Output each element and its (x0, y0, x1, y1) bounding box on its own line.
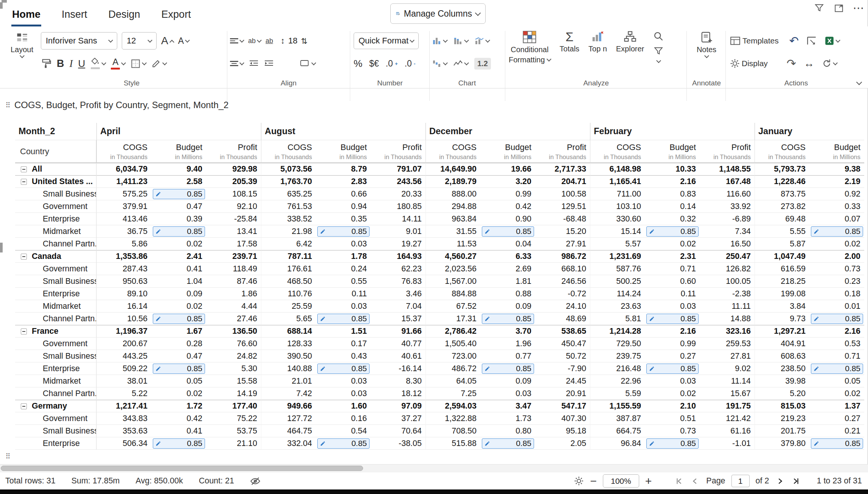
edited-cell-box[interactable]: 0.85 (482, 438, 534, 449)
data-cell[interactable]: 0.85 (316, 313, 371, 325)
data-cell[interactable]: 69.48 (755, 213, 809, 225)
data-cell[interactable]: 0.02 (151, 387, 206, 400)
measure-header-cogs[interactable]: COGSin Thousands (425, 140, 480, 163)
data-cell[interactable]: 239.71 (206, 250, 261, 263)
data-cell[interactable]: 14,649.90 (425, 163, 480, 175)
data-cell[interactable]: 950.63 (96, 275, 151, 288)
increase-font-button[interactable]: A (161, 36, 174, 46)
underline-button[interactable]: U (78, 59, 85, 68)
row-label-cell[interactable]: Midmarket (15, 225, 96, 238)
data-cell[interactable]: 216.48 (590, 362, 645, 375)
data-cell[interactable]: 0.09 (480, 375, 535, 387)
fill-color-button[interactable] (90, 58, 106, 69)
data-cell[interactable]: 5.55 (755, 225, 809, 238)
data-cell[interactable]: 2,786.42 (425, 325, 480, 338)
data-cell[interactable]: 0.92 (809, 188, 864, 200)
row-height-control[interactable]: ↕ 18 ⇅ (281, 36, 307, 46)
data-cell[interactable]: 294.88 (425, 200, 480, 213)
data-cell[interactable]: 0.09 (480, 300, 535, 313)
row-label-cell[interactable]: Channel Partn... (15, 313, 96, 325)
measure-header-cogs[interactable]: COGSin Thousands (261, 140, 316, 163)
data-cell[interactable]: 1,322.88 (425, 412, 480, 425)
next-page-button[interactable] (775, 475, 785, 487)
data-cell[interactable]: 7.42 (261, 387, 316, 400)
collapse-toggle-icon[interactable] (21, 328, 27, 334)
data-cell[interactable]: 5.86 (96, 238, 151, 250)
data-cell[interactable]: 0.71 (809, 350, 864, 362)
bold-button[interactable]: B (57, 59, 64, 69)
edited-cell-box[interactable]: 0.85 (153, 226, 205, 237)
data-cell[interactable]: 0.85 (316, 225, 371, 238)
data-cell[interactable]: 20.33 (371, 188, 425, 200)
data-cell[interactable]: 25.59 (261, 300, 316, 313)
data-cell[interactable]: 36.75 (96, 225, 151, 238)
data-cell[interactable]: 390.50 (261, 350, 316, 362)
edited-cell-box[interactable]: 0.85 (317, 314, 370, 324)
data-cell[interactable]: 1,155.59 (590, 400, 645, 412)
data-cell[interactable]: 24.82 (206, 350, 261, 362)
data-cell[interactable]: 6.42 (261, 238, 316, 250)
fit-width-button[interactable]: ↔ (804, 58, 814, 69)
data-cell[interactable]: 9.01 (371, 225, 425, 238)
data-cell[interactable]: 14.19 (206, 387, 261, 400)
data-cell[interactable]: 92.10 (206, 200, 261, 213)
display-button[interactable]: Display (730, 59, 768, 68)
data-cell[interactable]: 1,505.40 (425, 338, 480, 350)
data-cell[interactable]: 6,034.79 (96, 163, 151, 175)
horizontal-scrollbar[interactable] (0, 464, 868, 472)
data-cell[interactable]: 121.42 (700, 412, 755, 425)
data-cell[interactable]: 53.75 (206, 425, 261, 437)
scrollbar-thumb[interactable] (1, 466, 363, 471)
zoom-in-button[interactable]: + (645, 475, 652, 487)
data-cell[interactable]: 791.07 (371, 163, 425, 175)
manage-columns-button[interactable]: Manage Columns (390, 3, 486, 24)
data-cell[interactable]: 0.42 (151, 412, 206, 425)
data-cell[interactable]: 61.16 (700, 425, 755, 437)
data-cell[interactable]: 0.03 (645, 375, 700, 387)
data-cell[interactable]: -16.14 (371, 362, 425, 375)
data-cell[interactable]: 1.73 (480, 412, 535, 425)
data-cell[interactable]: 379.91 (96, 200, 151, 213)
data-cell[interactable]: 379.80 (755, 437, 809, 450)
data-cell[interactable]: 888.00 (425, 188, 480, 200)
data-cell[interactable]: 3.70 (480, 325, 535, 338)
data-cell[interactable]: 2.16 (809, 325, 864, 338)
data-cell[interactable]: 136.50 (206, 325, 261, 338)
data-cell[interactable]: 200.67 (96, 338, 151, 350)
data-cell[interactable]: 0.77 (480, 350, 535, 362)
data-cell[interactable]: 243.56 (371, 175, 425, 188)
data-cell[interactable]: 6,148.98 (590, 163, 645, 175)
data-cell[interactable]: 413.46 (96, 213, 151, 225)
data-cell[interactable]: 761.53 (261, 200, 316, 213)
measure-header-cogs[interactable]: COGSin Thousands (590, 140, 645, 163)
tab-export[interactable]: Export (161, 9, 192, 26)
data-cell[interactable]: 31.55 (425, 225, 480, 238)
row-label-cell[interactable]: Enterprise (15, 288, 96, 300)
percent-format-button[interactable]: % (354, 58, 362, 70)
data-cell[interactable]: 3.20 (480, 175, 535, 188)
edited-cell-box[interactable]: 0.85 (482, 364, 534, 374)
data-cell[interactable]: 0.85 (151, 188, 206, 200)
edited-cell-box[interactable]: 0.85 (811, 438, 863, 449)
export-excel-button[interactable] (825, 36, 840, 46)
data-cell[interactable]: 0.21 (809, 425, 864, 437)
data-cell[interactable]: 89.10 (96, 288, 151, 300)
data-cell[interactable]: 7.04 (371, 300, 425, 313)
data-cell[interactable]: 5.65 (261, 313, 316, 325)
data-cell[interactable]: 0.05 (151, 375, 206, 387)
vertical-align-button[interactable] (230, 60, 244, 68)
data-cell[interactable]: 0.85 (809, 437, 864, 450)
data-cell[interactable]: 0.94 (316, 200, 371, 213)
data-cell[interactable]: 0.85 (809, 225, 864, 238)
data-cell[interactable]: 787.11 (261, 250, 316, 263)
measure-header-profit[interactable]: Profitin Thousands (700, 140, 755, 163)
data-cell[interactable]: 515.88 (425, 437, 480, 450)
currency-format-button[interactable]: $€ (369, 59, 379, 69)
refresh-button[interactable] (822, 59, 837, 68)
data-cell[interactable]: 64.05 (425, 375, 480, 387)
row-label-cell[interactable]: Germany (15, 400, 96, 412)
data-cell[interactable]: 287.43 (96, 263, 151, 275)
edited-cell-box[interactable]: 0.85 (153, 189, 205, 199)
undo-button[interactable]: ↶ (789, 35, 799, 46)
measure-header-profit[interactable]: Profitin Thousands (371, 140, 425, 163)
